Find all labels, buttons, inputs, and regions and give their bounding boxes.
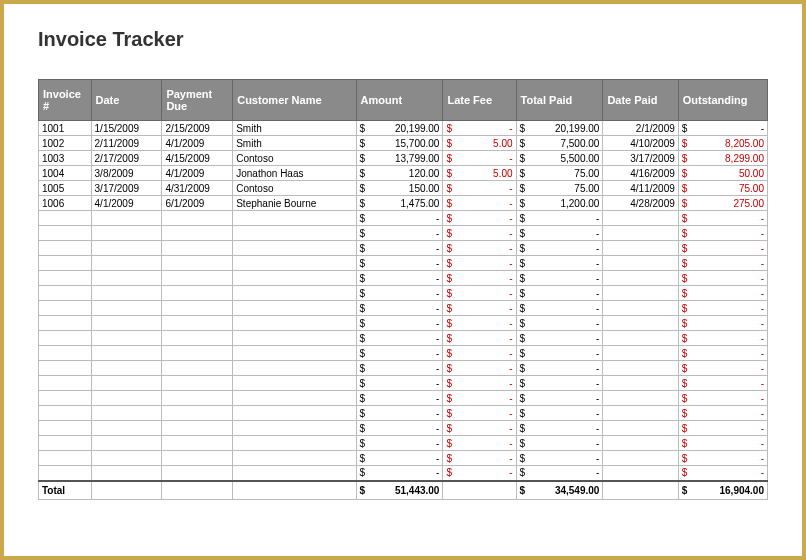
cell-empty [603, 271, 678, 286]
cell-empty [162, 271, 233, 286]
cell-empty [162, 316, 233, 331]
money-cell: $- [678, 421, 767, 436]
header-row: Invoice # Date Payment Due Customer Name… [39, 80, 768, 121]
cell-empty [603, 391, 678, 406]
cell-empty [162, 391, 233, 406]
money-cell: $- [678, 406, 767, 421]
money-cell: $75.00 [516, 166, 603, 181]
cell-empty [603, 376, 678, 391]
table-row-empty: $-$-$-$- [39, 301, 768, 316]
cell-empty [39, 451, 92, 466]
money-cell: $- [678, 211, 767, 226]
table-row-empty: $-$-$-$- [39, 376, 768, 391]
cell-empty [603, 451, 678, 466]
cell-empty [603, 211, 678, 226]
money-cell: $8,205.00 [678, 136, 767, 151]
cell-empty [233, 271, 356, 286]
money-cell: $- [678, 346, 767, 361]
money-cell: $- [443, 226, 516, 241]
money-cell: $275.00 [678, 196, 767, 211]
cell-empty [162, 376, 233, 391]
cell-empty [603, 226, 678, 241]
money-cell: $- [516, 421, 603, 436]
cell-empty [233, 376, 356, 391]
page-title: Invoice Tracker [38, 28, 768, 51]
cell-empty [233, 436, 356, 451]
cell-empty [233, 211, 356, 226]
money-cell: $- [443, 121, 516, 136]
cell-date-paid: 4/11/2009 [603, 181, 678, 196]
cell-empty [162, 211, 233, 226]
cell-date-paid: 4/10/2009 [603, 136, 678, 151]
cell-customer: Contoso [233, 181, 356, 196]
money-cell: $- [356, 361, 443, 376]
money-cell: $1,200.00 [516, 196, 603, 211]
cell-empty [91, 391, 162, 406]
cell-empty [603, 256, 678, 271]
money-cell: $- [516, 361, 603, 376]
money-cell: $- [443, 406, 516, 421]
money-cell: $- [516, 436, 603, 451]
money-cell: $- [516, 376, 603, 391]
money-cell: $- [678, 331, 767, 346]
cell-empty [233, 286, 356, 301]
cell-empty [603, 436, 678, 451]
cell-empty [39, 271, 92, 286]
money-cell: $15,700.00 [356, 136, 443, 151]
money-cell: $- [443, 361, 516, 376]
cell-empty [91, 361, 162, 376]
cell-empty [233, 421, 356, 436]
cell-empty [162, 301, 233, 316]
cell-date-paid: 4/28/2009 [603, 196, 678, 211]
cell-invoice: 1002 [39, 136, 92, 151]
money-cell: $- [678, 376, 767, 391]
money-cell: $- [356, 376, 443, 391]
money-cell: $13,799.00 [356, 151, 443, 166]
money-cell: $- [356, 256, 443, 271]
cell-empty [39, 211, 92, 226]
cell-customer: Jonathon Haas [233, 166, 356, 181]
money-cell: $- [443, 286, 516, 301]
cell-empty [39, 376, 92, 391]
money-cell: $120.00 [356, 166, 443, 181]
header-customer: Customer Name [233, 80, 356, 121]
table-row: 10043/8/20094/1/2009Jonathon Haas$120.00… [39, 166, 768, 181]
money-cell: $- [678, 391, 767, 406]
cell-empty [162, 406, 233, 421]
money-cell: $- [516, 301, 603, 316]
money-cell: $- [516, 346, 603, 361]
money-cell: $- [443, 466, 516, 481]
cell-date: 3/17/2009 [91, 181, 162, 196]
money-cell: $- [356, 346, 443, 361]
money-cell: $- [356, 211, 443, 226]
cell-empty [39, 331, 92, 346]
money-cell: $150.00 [356, 181, 443, 196]
cell-empty [39, 466, 92, 481]
money-cell: $- [516, 466, 603, 481]
table-row-empty: $-$-$-$- [39, 436, 768, 451]
money-cell: $- [678, 226, 767, 241]
cell-empty [91, 376, 162, 391]
cell-empty [233, 361, 356, 376]
table-row-empty: $-$-$-$- [39, 331, 768, 346]
cell-invoice: 1003 [39, 151, 92, 166]
money-cell: $- [516, 406, 603, 421]
money-cell: $- [356, 421, 443, 436]
table-row: 10064/1/20096/1/2009Stephanie Bourne$1,4… [39, 196, 768, 211]
money-cell: $- [678, 451, 767, 466]
table-row-empty: $-$-$-$- [39, 361, 768, 376]
cell-empty [39, 421, 92, 436]
cell-empty [162, 421, 233, 436]
cell-customer: Smith [233, 136, 356, 151]
cell-empty [233, 316, 356, 331]
cell-empty [233, 301, 356, 316]
money-cell: $- [356, 451, 443, 466]
cell-empty [162, 286, 233, 301]
money-cell: $1,475.00 [356, 196, 443, 211]
header-date: Date [91, 80, 162, 121]
cell-empty [39, 286, 92, 301]
cell-empty [39, 346, 92, 361]
table-row-empty: $-$-$-$- [39, 421, 768, 436]
cell-empty [91, 241, 162, 256]
money-cell: $7,500.00 [516, 136, 603, 151]
